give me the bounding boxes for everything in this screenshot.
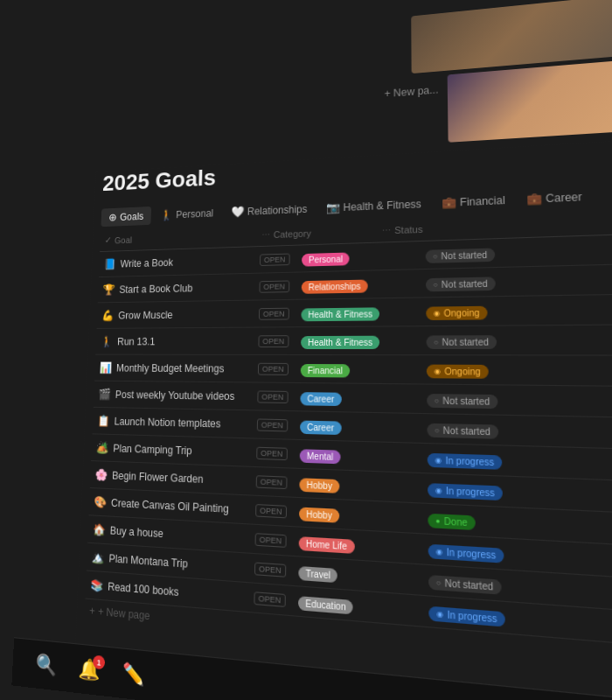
tab-personal[interactable]: 🚶 Personal bbox=[152, 203, 221, 225]
new-page-top-button[interactable]: + New pa... bbox=[385, 84, 439, 100]
goal-text: Write a Book bbox=[120, 256, 173, 270]
open-wrapper: OPEN bbox=[253, 475, 296, 489]
financial-icon: 💼 bbox=[442, 196, 456, 210]
status-cell: Done bbox=[424, 508, 543, 536]
header-status: ⋯ Status bbox=[377, 218, 487, 239]
personal-icon: 🚶 bbox=[160, 208, 173, 220]
category-badge: Hobby bbox=[299, 507, 339, 522]
open-wrapper: OPEN bbox=[254, 418, 296, 431]
bottom-right-image bbox=[448, 60, 612, 142]
goal-emoji: 🌸 bbox=[94, 468, 108, 481]
top-right-image bbox=[411, 0, 612, 74]
goal-emoji: 🏠 bbox=[93, 522, 106, 536]
open-badge: OPEN bbox=[255, 533, 287, 548]
category-badge: Travel bbox=[298, 565, 337, 582]
goal-emoji: 📘 bbox=[103, 258, 115, 270]
goal-text: Plan Camping Trip bbox=[113, 442, 191, 457]
open-badge: OPEN bbox=[257, 390, 288, 403]
tab-relationships[interactable]: 🤍 Relationships bbox=[223, 199, 316, 221]
career-icon: 💼 bbox=[526, 192, 542, 206]
open-wrapper: OPEN bbox=[253, 446, 296, 460]
status-badge: In progress bbox=[428, 606, 505, 627]
goal-emoji: 🚶 bbox=[101, 335, 113, 347]
status-cell: Not started bbox=[422, 330, 538, 352]
open-wrapper: OPEN bbox=[250, 591, 295, 607]
status-badge: Not started bbox=[426, 276, 496, 291]
category-badge: Health & Fitness bbox=[301, 307, 379, 321]
goals-table: ✓ Goal ⋯ Category ⋯ Status 📘 Write a Bo bbox=[76, 208, 612, 674]
tab-financial[interactable]: 💼 Financial bbox=[432, 189, 515, 213]
open-badge: OPEN bbox=[255, 504, 286, 518]
category-badge: Home Life bbox=[299, 536, 355, 554]
category-cell: Career bbox=[296, 416, 423, 438]
goal-emoji: 🎬 bbox=[98, 388, 111, 400]
table-row[interactable]: 🚶 Run 13.1 OPEN Health & Fitness Not sta… bbox=[95, 325, 612, 355]
open-wrapper: OPEN bbox=[251, 562, 295, 578]
status-cell: Not started bbox=[424, 569, 544, 599]
open-wrapper: OPEN bbox=[256, 253, 298, 266]
category-cell: Financial bbox=[297, 359, 423, 379]
goal-cell: 🏕️ Plan Camping Trip bbox=[91, 437, 253, 464]
open-wrapper: OPEN bbox=[255, 307, 298, 319]
goal-emoji: 💪 bbox=[101, 309, 114, 321]
status-badge: Not started bbox=[428, 575, 502, 595]
goal-text: Post weekly Youtube videos bbox=[115, 388, 235, 402]
category-badge: Personal bbox=[302, 252, 350, 266]
goal-cell: 📘 Write a Book bbox=[99, 249, 256, 274]
sort-icon-category: ⋯ bbox=[261, 230, 270, 240]
status-badge: Ongoing bbox=[427, 365, 489, 379]
goal-text: Plan Montana Trip bbox=[108, 552, 188, 570]
category-cell: Career bbox=[296, 388, 423, 410]
goal-text: Create Canvas Oil Painting bbox=[111, 496, 229, 514]
status-cell: Not started bbox=[423, 417, 540, 442]
status-cell: In progress bbox=[425, 600, 546, 633]
status-cell: Not started bbox=[421, 242, 535, 265]
open-badge: OPEN bbox=[260, 253, 289, 265]
notifications-button[interactable]: 🔔 1 bbox=[78, 657, 101, 682]
goal-cell: 🏆 Start a Book Club bbox=[98, 276, 256, 300]
open-wrapper: OPEN bbox=[252, 503, 296, 518]
angled-content: + New pa... 2025 Goals ⊕ Goals 🚶 Persona… bbox=[11, 0, 612, 700]
open-badge: OPEN bbox=[258, 362, 289, 374]
goal-emoji: 📚 bbox=[90, 578, 103, 592]
open-badge: OPEN bbox=[256, 475, 287, 489]
tab-career[interactable]: 💼 Career bbox=[517, 186, 593, 209]
goal-text: Begin Flower Garden bbox=[112, 469, 204, 485]
status-badge: In progress bbox=[428, 453, 503, 470]
tab-health[interactable]: 📷 Health & Fitness bbox=[317, 193, 430, 218]
status-cell: In progress bbox=[424, 477, 542, 504]
compose-button[interactable]: ✏️ bbox=[122, 662, 144, 688]
open-badge: OPEN bbox=[254, 562, 286, 577]
tab-goals[interactable]: ⊕ Goals bbox=[101, 206, 151, 227]
goal-cell: 🎬 Post weekly Youtube videos bbox=[94, 383, 254, 407]
open-badge: OPEN bbox=[254, 592, 285, 607]
category-cell: Personal bbox=[298, 245, 421, 268]
status-badge: Ongoing bbox=[426, 306, 487, 320]
status-cell: Not started bbox=[423, 388, 540, 412]
sort-icon-status: ⋯ bbox=[382, 225, 391, 234]
header-category: ⋯ Category bbox=[257, 222, 377, 242]
goal-text: Launch Notion templates bbox=[114, 415, 220, 430]
header-goal: ✓ Goal bbox=[100, 227, 257, 248]
health-icon: 📷 bbox=[326, 201, 340, 214]
status-cell: Ongoing bbox=[422, 300, 538, 322]
status-cell: Ongoing bbox=[423, 359, 539, 381]
status-badge: In progress bbox=[428, 544, 504, 564]
category-cell: Hobby bbox=[296, 472, 424, 498]
status-cell: In progress bbox=[424, 538, 544, 568]
notification-badge: 1 bbox=[93, 655, 105, 670]
open-badge: OPEN bbox=[256, 446, 287, 459]
goal-cell: 📊 Monthly Budget Meetings bbox=[94, 357, 254, 379]
open-wrapper: OPEN bbox=[256, 280, 298, 293]
search-button[interactable]: 🔍 bbox=[35, 653, 57, 678]
relationships-icon: 🤍 bbox=[231, 206, 244, 219]
open-wrapper: OPEN bbox=[255, 335, 298, 347]
category-cell: Mental bbox=[296, 444, 424, 468]
open-wrapper: OPEN bbox=[252, 532, 296, 548]
goal-text: Run 13.1 bbox=[117, 335, 156, 346]
category-cell: Health & Fitness bbox=[297, 302, 422, 323]
goal-text: Read 100 books bbox=[108, 580, 179, 598]
checkmark-icon: ✓ bbox=[105, 235, 112, 246]
category-cell: Travel bbox=[295, 561, 424, 591]
category-badge: Relationships bbox=[302, 279, 368, 293]
